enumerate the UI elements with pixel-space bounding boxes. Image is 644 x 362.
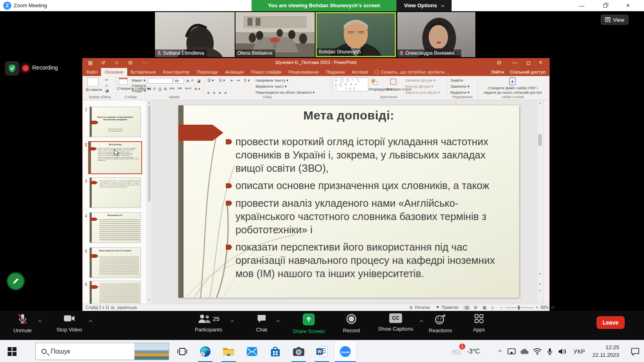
language-indicator[interactable]: українська bbox=[117, 305, 137, 310]
tab-design[interactable]: Конструктор bbox=[159, 68, 193, 76]
slideshow-view-button[interactable]: ▷ bbox=[490, 305, 496, 310]
chat-options-chevron[interactable] bbox=[277, 317, 279, 325]
thumbnail-panel-scrollbar[interactable]: ▲ ▼ bbox=[147, 100, 151, 304]
stop-video-button[interactable]: Stop Video bbox=[52, 313, 87, 333]
replace-button[interactable]: Замінити ▾ bbox=[450, 84, 469, 88]
ribbon-display-options-icon[interactable]: ⊟ bbox=[497, 60, 501, 66]
shrink-font-icon[interactable]: А bbox=[191, 78, 193, 82]
tab-home[interactable]: Основне bbox=[101, 68, 127, 76]
tab-review[interactable]: Рецензування bbox=[285, 68, 322, 76]
taskbar-mail-app[interactable] bbox=[241, 340, 263, 362]
zoom-percentage[interactable]: 88% bbox=[541, 305, 549, 310]
quick-styles-button[interactable]: Експрес-стилі bbox=[387, 87, 402, 91]
taskbar-word-app[interactable]: W bbox=[311, 340, 333, 362]
smartart-button[interactable]: Перетворити на об'єкт SmartArt ▾ bbox=[256, 90, 315, 95]
slide-sorter-view-button[interactable]: ⊞ bbox=[472, 305, 479, 310]
video-tile-svitlana[interactable]: Svitlana Efendiieva bbox=[155, 12, 235, 57]
bold-button[interactable]: Ж bbox=[148, 86, 151, 91]
action-center-button[interactable] bbox=[626, 340, 644, 362]
security-shield-icon[interactable] bbox=[5, 61, 19, 76]
video-tile-oleksandra[interactable]: Олександра Веніаміні... bbox=[397, 12, 475, 57]
layout-button[interactable]: Макет ▾ bbox=[132, 78, 145, 82]
create-pdf-button[interactable]: Створити файл Adobe PDF і надати до ньог… bbox=[479, 86, 546, 95]
scroll-down-icon[interactable]: ▼ bbox=[537, 272, 543, 275]
show-captions-button[interactable]: CC Show Captions bbox=[374, 313, 417, 332]
share-button[interactable]: Спільний доступ bbox=[510, 68, 545, 76]
taskbar-explorer-app[interactable] bbox=[217, 340, 240, 362]
taskbar-camera-app[interactable] bbox=[287, 340, 310, 362]
ppt-minimize-button[interactable]: — bbox=[512, 60, 517, 66]
zoom-slider-thumb[interactable] bbox=[518, 306, 520, 310]
comments-button[interactable]: Примітки bbox=[442, 305, 458, 310]
font-size-input[interactable]: 49 bbox=[173, 78, 184, 84]
slide-thumbnail-6[interactable] bbox=[89, 281, 141, 304]
ppt-close-button[interactable]: × bbox=[539, 59, 542, 66]
next-slide-icon[interactable]: ▼ bbox=[537, 289, 543, 292]
align-text-button[interactable]: Вирівняти текст ▾ bbox=[256, 84, 287, 88]
notes-button[interactable]: Нотатки bbox=[415, 305, 430, 310]
apps-button[interactable]: Apps bbox=[466, 313, 492, 333]
video-options-chevron[interactable] bbox=[89, 317, 92, 325]
zoom-in-button[interactable]: + bbox=[536, 305, 538, 310]
strikethrough-button[interactable]: S bbox=[164, 86, 167, 91]
scroll-down-icon[interactable]: ▼ bbox=[148, 298, 151, 301]
fit-to-window-button[interactable]: ⊡ bbox=[551, 305, 554, 310]
copy-icon[interactable]: ▱ bbox=[105, 83, 108, 87]
tray-language-indicator[interactable]: УКР bbox=[571, 340, 588, 362]
minimize-button[interactable]: — bbox=[576, 2, 588, 10]
video-tile-bohdan-active-speaker[interactable]: Bohdan Shunevych bbox=[316, 12, 396, 57]
underline-button[interactable]: П bbox=[159, 86, 161, 91]
participants-button[interactable]: 25 Participants bbox=[192, 313, 225, 333]
tray-wifi-icon[interactable] bbox=[531, 340, 543, 362]
slide-thumbnail-3[interactable]: Частотний словник (ЧС) – це словник, у я… bbox=[89, 177, 141, 208]
paste-icon[interactable] bbox=[87, 78, 99, 86]
taskbar-store-app[interactable] bbox=[264, 340, 287, 362]
scrollbar-thumb[interactable] bbox=[538, 134, 542, 146]
slide-thumbnail-4[interactable]: Призначення ЧС: bbox=[89, 212, 141, 243]
task-view-button[interactable] bbox=[172, 340, 192, 362]
tray-screencast-icon[interactable] bbox=[506, 340, 518, 362]
chat-button[interactable]: Chat bbox=[249, 313, 275, 333]
clear-format-icon[interactable]: ◪ bbox=[197, 78, 200, 83]
format-painter-icon[interactable]: ◪ bbox=[105, 88, 109, 93]
section-button[interactable]: Розділ ▾ bbox=[132, 88, 146, 93]
taskbar-zoom-app-active[interactable]: zoom bbox=[334, 340, 357, 362]
scroll-up-icon[interactable]: ▲ bbox=[148, 101, 151, 104]
new-slide-button[interactable]: Створити слайд ▾ bbox=[117, 86, 131, 90]
tell-me-search[interactable]: Скажіть, що потрібно зробити… bbox=[375, 68, 449, 76]
font-color-button[interactable]: А ▾ bbox=[194, 86, 200, 91]
text-direction-button[interactable]: Напрямок тексту ▾ bbox=[256, 78, 288, 82]
find-button[interactable]: Знайти bbox=[450, 78, 463, 82]
tab-view[interactable]: Подання bbox=[322, 68, 348, 76]
slide-thumbnail-1[interactable]: Частотні словники: їх призначення і перс… bbox=[89, 107, 141, 137]
slide-title[interactable]: Мета доповіді: bbox=[178, 109, 519, 122]
scrollbar-thumb[interactable] bbox=[148, 105, 151, 202]
participants-options-chevron[interactable] bbox=[231, 317, 233, 325]
tab-transitions[interactable]: Переходи bbox=[193, 68, 221, 76]
numbering-button[interactable]: ☷ ▾ bbox=[219, 78, 225, 82]
arrange-button[interactable]: Упорядкувати bbox=[368, 87, 388, 91]
tray-onedrive-icon[interactable] bbox=[518, 340, 530, 362]
decrease-indent-button[interactable]: ⇤ bbox=[231, 78, 234, 82]
italic-button[interactable]: К bbox=[153, 86, 156, 91]
slide-body-text[interactable]: провести короткий огляд історії укладанн… bbox=[226, 135, 504, 280]
search-highlight-image[interactable] bbox=[134, 343, 169, 360]
align-buttons[interactable]: ≡ ≡ ≡ ≡ bbox=[207, 90, 228, 95]
taskbar-edge-app[interactable] bbox=[194, 340, 217, 362]
previous-slide-icon[interactable]: ▲ bbox=[537, 282, 543, 285]
shape-outline-button[interactable]: Контур фігури ▾ bbox=[405, 84, 433, 88]
slide-area-scrollbar[interactable]: ▲ ▼ ▲ ▼ bbox=[537, 100, 543, 304]
increase-indent-button[interactable]: ⇥ bbox=[236, 78, 239, 82]
normal-view-button[interactable]: ▤ bbox=[463, 305, 470, 310]
paste-button[interactable]: Вставити bbox=[86, 87, 102, 92]
tab-file[interactable]: Файл bbox=[83, 68, 101, 76]
tray-show-hidden-icons[interactable] bbox=[494, 340, 506, 362]
slide-thumbnail-5[interactable]: Перші українські частотні словники bbox=[89, 247, 141, 278]
tab-acrobat[interactable]: Acrobat bbox=[348, 68, 372, 76]
reading-view-button[interactable]: ▦ bbox=[481, 305, 488, 310]
taskbar-search-input[interactable]: Пошук bbox=[35, 343, 169, 360]
grow-font-icon[interactable]: А bbox=[186, 78, 189, 83]
slide-thumbnail-2-selected[interactable]: Мета доповіді провести короткий огляд іс… bbox=[88, 141, 142, 174]
leave-button[interactable]: Leave bbox=[597, 316, 625, 329]
reset-button[interactable]: Скинути bbox=[132, 83, 146, 88]
